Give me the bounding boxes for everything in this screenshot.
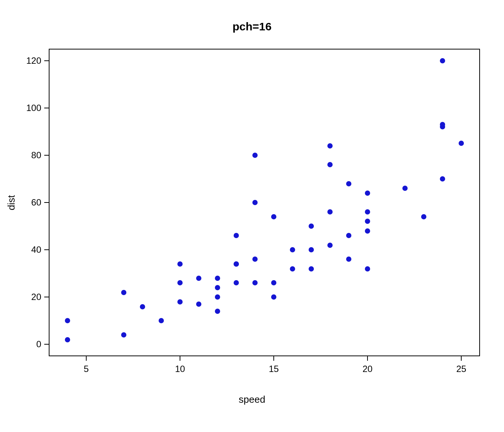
data-point	[234, 233, 239, 238]
data-point	[121, 332, 126, 338]
data-point	[327, 243, 333, 248]
data-point	[365, 266, 370, 272]
x-tick	[367, 356, 368, 361]
data-point	[365, 209, 370, 214]
data-point	[309, 247, 314, 252]
data-point	[234, 261, 239, 267]
data-point	[327, 209, 333, 214]
data-point	[215, 294, 220, 300]
data-point	[290, 266, 295, 272]
data-point	[215, 276, 220, 281]
y-tick	[44, 344, 49, 345]
data-point	[309, 224, 314, 229]
data-point	[327, 162, 333, 167]
data-point	[215, 285, 220, 290]
data-point	[402, 186, 408, 191]
x-tick	[273, 356, 274, 361]
data-point	[365, 219, 370, 224]
data-point	[121, 290, 126, 295]
data-point	[365, 190, 370, 196]
data-point	[271, 280, 276, 285]
data-point	[365, 228, 370, 234]
y-tick	[44, 297, 49, 297]
data-point	[346, 256, 351, 262]
data-point	[271, 214, 276, 219]
y-tick-label: 60	[19, 197, 41, 208]
data-point	[65, 318, 70, 323]
y-tick	[44, 155, 49, 156]
x-tick-label: 15	[269, 364, 279, 374]
chart-container: pch=16 dist speed 5101520250204060801001…	[0, 0, 504, 432]
y-tick	[44, 60, 49, 61]
x-tick-label: 20	[363, 364, 373, 374]
data-point	[177, 261, 183, 267]
data-point	[252, 280, 258, 285]
data-point	[440, 122, 445, 127]
data-point	[271, 294, 276, 300]
data-point	[309, 266, 314, 272]
data-point	[327, 143, 333, 148]
data-point	[421, 214, 426, 219]
x-tick-label: 25	[456, 364, 466, 374]
data-point	[290, 247, 295, 252]
y-tick	[44, 108, 49, 108]
x-tick-label: 10	[175, 364, 185, 374]
data-point	[177, 280, 183, 285]
x-tick-label: 5	[84, 364, 88, 374]
data-point	[196, 302, 201, 307]
data-point	[196, 276, 201, 281]
data-point	[65, 337, 70, 342]
x-axis-label: speed	[0, 394, 504, 405]
data-point	[440, 58, 445, 63]
data-point	[459, 141, 464, 146]
data-point	[252, 256, 258, 262]
data-point	[252, 153, 258, 158]
y-tick-label: 0	[19, 339, 41, 350]
data-point	[346, 233, 351, 238]
data-point	[346, 181, 351, 186]
data-point	[215, 309, 220, 314]
data-point	[177, 299, 183, 304]
data-point	[440, 176, 445, 182]
y-tick-label: 40	[19, 244, 41, 255]
y-tick	[44, 249, 49, 250]
x-tick	[86, 356, 87, 361]
y-tick-label: 80	[19, 150, 41, 160]
plot-area	[49, 49, 480, 356]
data-point	[159, 318, 164, 323]
y-tick-label: 120	[19, 56, 41, 66]
x-tick	[180, 356, 180, 361]
y-axis-label: dist	[6, 184, 17, 222]
y-tick-label: 20	[19, 292, 41, 302]
y-tick	[44, 202, 49, 203]
data-point	[234, 280, 239, 285]
data-point	[140, 304, 145, 309]
data-point	[252, 200, 258, 205]
x-tick	[461, 356, 462, 361]
y-tick-label: 100	[19, 103, 41, 113]
chart-title: pch=16	[0, 20, 504, 33]
